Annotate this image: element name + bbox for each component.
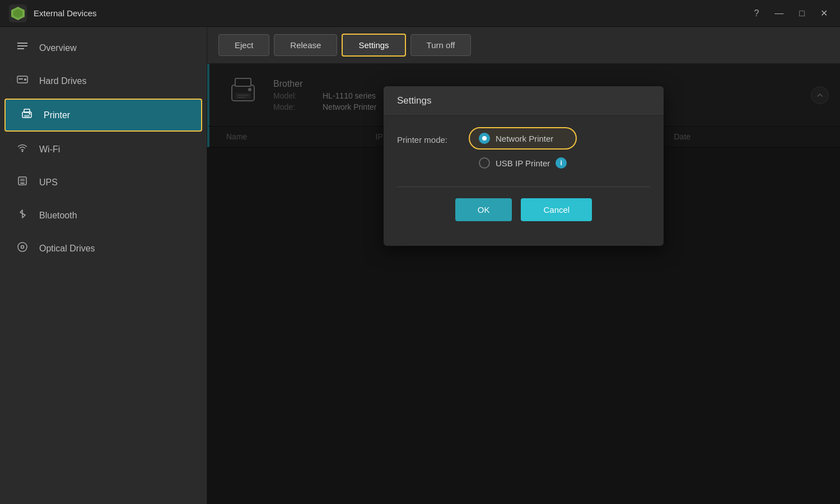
printer-mode-row: Printer mode: Network Printer	[397, 133, 650, 173]
svg-rect-11	[24, 115, 30, 117]
release-button[interactable]: Release	[274, 34, 337, 56]
sidebar-item-overview-label: Overview	[39, 43, 77, 53]
modal-body: Printer mode: Network Printer	[384, 116, 664, 246]
modal-divider	[397, 186, 650, 187]
usb-ip-printer-option[interactable]: USB IP Printer i	[479, 153, 567, 173]
minimize-button[interactable]: —	[771, 6, 787, 21]
usb-ip-printer-label: USB IP Printer	[496, 158, 550, 168]
sidebar-item-printer[interactable]: Printer	[4, 99, 202, 132]
sidebar-item-bluetooth-label: Bluetooth	[39, 211, 77, 221]
settings-button[interactable]: Settings	[342, 34, 405, 57]
app-logo	[9, 4, 27, 22]
ups-icon	[15, 175, 30, 190]
sidebar-item-wifi-label: Wi-Fi	[39, 144, 60, 155]
main-layout: Overview Hard Drives Printe	[0, 27, 840, 504]
svg-rect-5	[17, 48, 24, 49]
app-title: External Devices	[34, 8, 750, 18]
network-printer-label: Network Printer	[496, 134, 553, 143]
sidebar: Overview Hard Drives Printe	[0, 27, 207, 504]
svg-rect-8	[18, 78, 23, 80]
svg-rect-16	[20, 183, 25, 184]
modal-header: Settings	[384, 86, 664, 116]
content-area: Eject Release Settings Turn off	[207, 27, 840, 504]
svg-point-7	[24, 78, 26, 81]
cancel-button[interactable]: Cancel	[521, 198, 592, 221]
modal-options: Network Printer USB IP Printer i	[479, 133, 567, 173]
device-panel: Brother Model: HL-1110 series Mode: Netw…	[207, 64, 840, 504]
usb-ip-printer-radio[interactable]	[479, 157, 490, 169]
bluetooth-icon	[15, 208, 30, 223]
sidebar-item-bluetooth[interactable]: Bluetooth	[0, 199, 207, 232]
maximize-button[interactable]: □	[796, 6, 808, 21]
svg-point-18	[21, 246, 24, 249]
usb-ip-info-icon[interactable]: i	[556, 157, 567, 169]
optical-drives-icon	[15, 241, 30, 256]
titlebar: External Devices ? — □ ✕	[0, 0, 840, 27]
overview-icon	[15, 40, 30, 55]
sidebar-item-hard-drives-label: Hard Drives	[39, 76, 86, 86]
window-controls: ? — □ ✕	[750, 6, 831, 21]
settings-modal: Settings Printer mode: Network Printer	[384, 86, 664, 246]
svg-point-12	[29, 113, 31, 115]
close-button[interactable]: ✕	[817, 6, 831, 21]
modal-overlay: Settings Printer mode: Network Printer	[207, 64, 840, 504]
sidebar-item-ups-label: UPS	[39, 178, 58, 188]
toolbar: Eject Release Settings Turn off	[207, 27, 840, 64]
printer-mode-label: Printer mode:	[397, 133, 470, 144]
printer-icon	[19, 108, 35, 123]
turnoff-button[interactable]: Turn off	[410, 34, 472, 56]
hard-drives-icon	[15, 73, 30, 88]
svg-point-17	[18, 242, 27, 251]
svg-rect-4	[17, 45, 27, 46]
network-printer-radio[interactable]	[479, 133, 490, 144]
sidebar-item-optical-drives-label: Optical Drives	[39, 244, 95, 254]
svg-rect-15	[20, 179, 25, 181]
sidebar-item-overview[interactable]: Overview	[0, 31, 207, 64]
svg-rect-3	[17, 43, 27, 44]
sidebar-item-printer-label: Printer	[44, 110, 70, 120]
sidebar-item-wifi[interactable]: Wi-Fi	[0, 133, 207, 166]
help-button[interactable]: ?	[750, 6, 762, 21]
modal-title: Settings	[397, 95, 431, 106]
network-printer-option[interactable]: Network Printer	[469, 127, 577, 150]
sidebar-item-ups[interactable]: UPS	[0, 166, 207, 199]
modal-footer: OK Cancel	[397, 198, 650, 235]
ok-button[interactable]: OK	[455, 198, 512, 221]
wifi-icon	[15, 142, 30, 157]
eject-button[interactable]: Eject	[218, 34, 269, 56]
sidebar-item-hard-drives[interactable]: Hard Drives	[0, 64, 207, 97]
sidebar-item-optical-drives[interactable]: Optical Drives	[0, 232, 207, 265]
svg-point-13	[22, 151, 24, 152]
